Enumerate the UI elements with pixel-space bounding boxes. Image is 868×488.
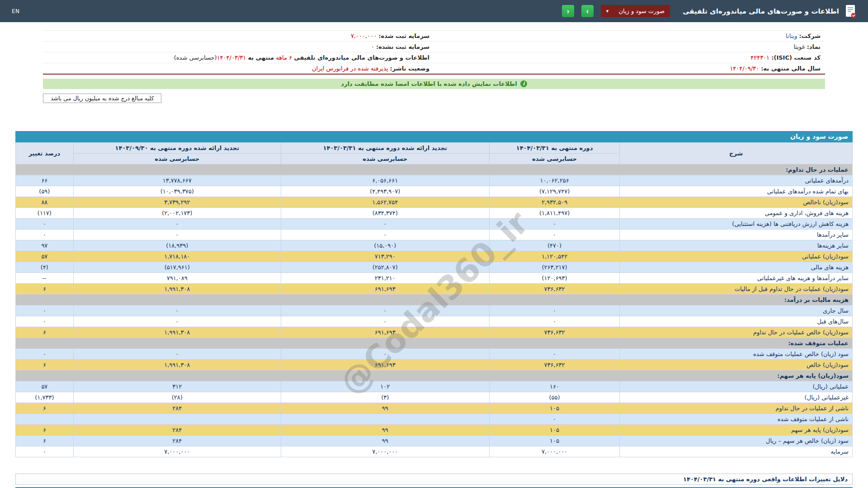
value-cell: ۱۰۵ (489, 425, 620, 436)
row-label: سایر درآمدها و هزینه های غیرعملیاتی (620, 273, 853, 284)
value-cell: ۷۱۳,۲۹۰ (281, 251, 489, 262)
info-row: کد صنعت (ISIC): ۴۲۴۳۰۱ اطلاعات و صورت‌ها… (43, 52, 825, 63)
value-cell: ۲۸۴ (73, 436, 281, 446)
change-reasons-section: دلایل تغییرات اطلاعات واقعی دوره منتهی ب… (15, 474, 853, 485)
row-label: سود (زیان) خالص عملیات متوقف شده (620, 349, 853, 360)
value-cell: ۱۰,۰۶۲,۲۵۶ (489, 175, 620, 186)
isic-value: ۴۲۴۳۰۱ (750, 54, 769, 61)
next-statement-button[interactable]: › (581, 5, 594, 17)
value-cell: (۷,۱۲۹,۷۴۷) (489, 186, 620, 197)
prev-statement-button[interactable]: ‹ (562, 5, 574, 17)
value-cell: (۲,۰۰۲,۱۷۳) (73, 208, 281, 219)
statement-row: هزینه های مالی(۲۶۳,۲۱۷)(۲۵۲,۸۰۷)(۵۱۷,۹۶۱… (16, 262, 853, 273)
fiscal-year-label: سال مالی منتهی به: (761, 65, 821, 72)
statement-row: بهای تمام شده درآمدهای عملیاتی(۷,۱۲۹,۷۴۷… (16, 186, 853, 197)
col-header-period-restated-2: تجدید ارائه شده دوره منتهی به ۱۴۰۳/۰۹/۳۰ (73, 143, 281, 154)
statement-row: سال جاری۰۰۰۰ (16, 305, 853, 316)
statement-row: سود(زیان) عملیات در حال تداوم قبل از مال… (16, 284, 853, 295)
signature-match-notice: i اطلاعات نمایش داده شده با اطلاعات امضا… (43, 79, 825, 89)
row-label: عملیاتی (ریال) (620, 381, 853, 392)
unit-note: کلیه مبالغ درج شده به میلیون ریال می باش… (43, 94, 161, 103)
statement-row: سود(زیان) عملیاتی۱,۱۲۰,۵۴۲۷۱۳,۲۹۰۱,۷۱۸,۱… (16, 251, 853, 262)
report-title-text: اطلاعات و صورت‌های مالی میاندوره‌ای تلفی… (294, 54, 429, 61)
value-cell: (۵۱۷,۹۶۱) (73, 262, 281, 273)
value-cell: ۰ (281, 230, 489, 240)
value-cell: ۰ (281, 349, 489, 360)
symbol-value: غویتا (793, 43, 805, 50)
company-field: شرکت: ویتانا (434, 31, 825, 41)
value-cell: ۱,۷۱۸,۱۸۰ (73, 251, 281, 262)
value-cell: ۶ (16, 360, 74, 371)
statement-row: سود (زیان) خالص عملیات متوقف شده۰۰۰۰ (16, 349, 853, 360)
language-switch-link[interactable]: EN (12, 8, 20, 14)
unregistered-capital-value: ۰ (371, 43, 374, 50)
info-row: سال مالی منتهی به: ۱۴۰۴/۰۹/۳۰ وضعیت ناشر… (43, 63, 825, 74)
value-cell (281, 414, 489, 425)
statement-row: غیرعملیاتی (ریال)(۵۵)(۳)(۲۸)(۱,۷۳۳) (16, 392, 853, 403)
value-cell: ۲۳۱,۲۱۰ (281, 273, 489, 284)
row-label: سود(زیان) خالص (620, 360, 853, 371)
row-label: بهای تمام شده درآمدهای عملیاتی (620, 186, 853, 197)
statement-row: عملیاتی (ریال)۱۶۰۱۰۲۳۱۲۵۷ (16, 381, 853, 392)
value-cell: ۰ (489, 316, 620, 327)
statement-row: سایر درآمدها۰۰۰۰ (16, 230, 853, 240)
value-cell: ۱,۹۹۱,۳۰۸ (73, 360, 281, 371)
statement-row: سال‌های قبل۰۰۰۰ (16, 316, 853, 327)
info-row: شرکت: ویتانا سرمایه ثبت شده: ۷,۰۰۰,۰۰۰ (43, 31, 825, 42)
row-label: سایر درآمدها (620, 230, 853, 240)
value-cell: ۵۷ (16, 381, 74, 392)
row-label: ناشی از عملیات در حال تداوم (620, 403, 853, 414)
value-cell: ۳۱۲ (73, 381, 281, 392)
income-statement-table: شرح دوره منتهی به ۱۴۰۴/۰۳/۳۱ تجدید ارائه… (15, 142, 853, 457)
publisher-status-value: پذیرفته شده در فرابورس ایران (312, 65, 388, 72)
change-reasons-title: دلایل تغییرات اطلاعات واقعی دوره منتهی ب… (16, 474, 852, 484)
value-cell: ۰ (489, 305, 620, 316)
value-cell: ۰ (489, 414, 620, 425)
value-cell: (۴,۴۹۳,۹۰۷) (281, 186, 489, 197)
row-label: سود(زیان) پایه هر سهم (620, 425, 853, 436)
row-label: سال جاری (620, 305, 853, 316)
row-label: سود(زیان) عملیاتی (620, 251, 853, 262)
report-icon (844, 5, 856, 18)
company-value[interactable]: ویتانا (786, 33, 797, 39)
row-label: هزینه کاهش ارزش دریافتنی ها (هزینه استثن… (620, 219, 853, 230)
value-cell: ۲۸۴ (73, 403, 281, 414)
col-header-change-pct: درصد تغییر (16, 143, 74, 164)
signature-match-text: اطلاعات نمایش داده شده با اطلاعات امضا ش… (341, 80, 517, 87)
publisher-status-field: وضعیت ناشر: پذیرفته شده در فرابورس ایران (43, 63, 434, 74)
statement-row: ناشی از عملیات در حال تداوم۱۰۵۹۹۲۸۴۶ (16, 403, 853, 414)
row-label: سرمایه (620, 446, 853, 457)
statement-row: ناشی از عملیات متوقف شده۰ (16, 414, 853, 425)
statement-type-value: صورت سود و زیان (618, 8, 665, 14)
row-label: سود(زیان) ناخالص (620, 197, 853, 208)
value-cell: ۵۷ (16, 251, 74, 262)
col-subheader-audited: حسابرسی شده (281, 154, 489, 164)
section-label: عملیات در حال تداوم: (16, 164, 853, 175)
value-cell: ۱۶۰ (489, 381, 620, 392)
value-cell: ۱۳,۷۷۸,۶۶۷ (73, 175, 281, 186)
value-cell: ۱۰۵ (489, 403, 620, 414)
registered-capital-label: سرمایه ثبت شده: (378, 33, 429, 39)
value-cell: ۷,۰۰۰,۰۰۰ (281, 446, 489, 457)
value-cell: ۶۹۱,۶۹۳ (281, 327, 489, 338)
statement-row: سرمایه۷,۰۰۰,۰۰۰۷,۰۰۰,۰۰۰۷,۰۰۰,۰۰۰۰ (16, 446, 853, 457)
value-cell: (۲۶۳,۲۱۷) (489, 262, 620, 273)
value-cell: (۱۱۷) (16, 208, 74, 219)
row-label: ناشی از عملیات متوقف شده (620, 414, 853, 425)
value-cell: ۶ (16, 425, 74, 436)
value-cell: ۰ (489, 349, 620, 360)
statement-row: سود(زیان) خالص عملیات در حال تداوم۷۳۶,۶۳… (16, 327, 853, 338)
statement-type-dropdown[interactable]: صورت سود و زیان ▾ (601, 5, 670, 17)
value-cell: ۰ (489, 219, 620, 230)
row-label: سود(زیان) عملیات در حال تداوم قبل از مال… (620, 284, 853, 295)
row-label: هزینه های مالی (620, 262, 853, 273)
value-cell: ۰ (73, 349, 281, 360)
value-cell: ۰ (281, 305, 489, 316)
section-label: عملیات متوقف شده: (16, 338, 853, 349)
row-label: سایر هزینه‌ها (620, 240, 853, 251)
value-cell: ۸۸ (16, 197, 74, 208)
row-label: درآمدهای عملیاتی (620, 175, 853, 186)
statement-row: هزینه های فروش، اداری و عمومی(۱,۸۱۱,۴۹۷)… (16, 208, 853, 219)
value-cell: (۵۵) (489, 392, 620, 403)
chevron-down-icon: ▾ (606, 9, 609, 14)
